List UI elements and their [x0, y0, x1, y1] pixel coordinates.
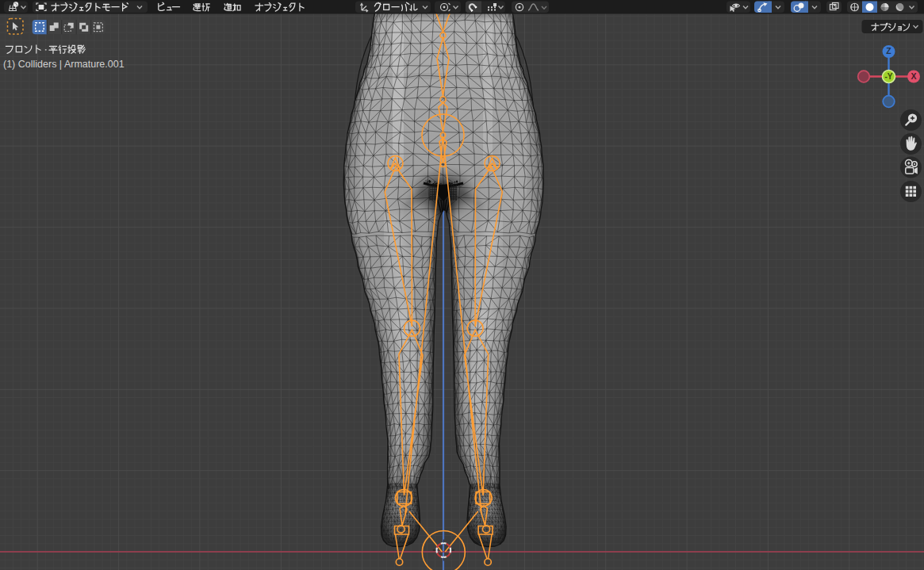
svg-text:X: X — [911, 71, 916, 81]
svg-text:Z: Z — [886, 46, 891, 55]
svg-text:(1) Colliders | Armature.001: (1) Colliders | Armature.001 — [3, 59, 125, 70]
svg-text:-Y: -Y — [885, 72, 893, 81]
